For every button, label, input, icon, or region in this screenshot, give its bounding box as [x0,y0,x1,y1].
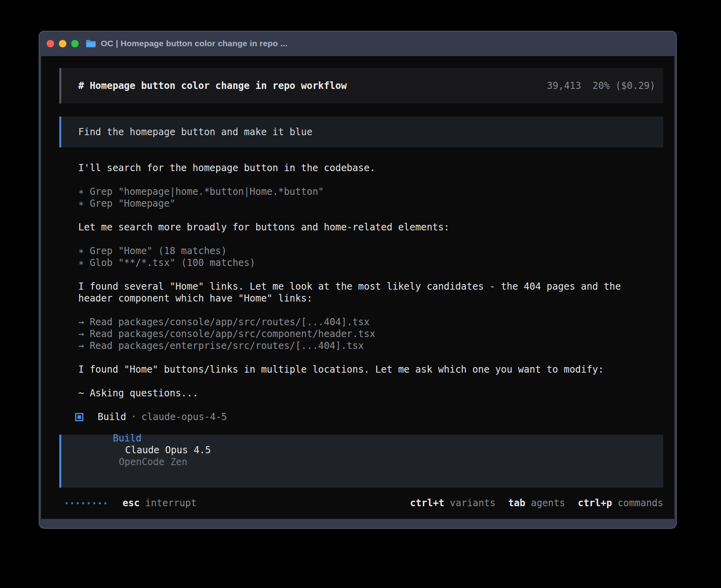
minimize-button[interactable] [59,40,66,47]
tool-call-glob: ∗ Glob "**/*.tsx" (100 matches) [78,257,663,269]
hint-agents: tab agents [508,497,565,509]
key-ctrl-t: ctrl+t [410,497,444,509]
session-header: # Homepage button color change in repo w… [59,68,663,104]
tool-call-read: → Read packages/console/app/src/componen… [78,328,663,340]
terminal-content: # Homepage button color change in repo w… [41,56,674,519]
hint-variants: ctrl+t variants [410,497,495,509]
key-esc: esc [123,497,140,509]
hint-agents-label: agents [531,497,565,509]
close-button[interactable] [47,40,54,47]
tool-call-grep: ∗ Grep "Homepage" [78,198,663,209]
titlebar[interactable]: OC | Homepage button color change in rep… [39,31,677,56]
user-message-text: Find the homepage button and make it blu… [78,126,312,138]
status-bar-right: ctrl+t variants tab agents ctrl+p comman… [397,497,663,509]
key-tab: tab [508,497,525,509]
hint-commands: ctrl+p commands [578,497,663,509]
key-ctrl-p: ctrl+p [578,497,612,509]
traffic-lights [47,40,79,47]
tool-call-read: → Read packages/enterprise/src/routes/[.… [78,340,663,352]
prompt-mode: Build [113,433,142,444]
prompt-provider: OpenCode Zen [119,456,187,467]
hint-commands-label: commands [617,497,663,509]
assistant-text: I found several "Home" links. Let me loo… [78,281,644,304]
prompt-mode-row: Build Claude Opus 4.5 OpenCode Zen [67,420,211,480]
spinner-dots-icon [66,502,106,504]
session-token-usage: 39,413 20% ($0.29) [547,80,655,92]
tool-call-read: → Read packages/console/app/src/routes/[… [78,316,663,328]
prompt-model: Claude Opus 4.5 [125,445,211,456]
folder-icon [86,39,96,48]
user-message: Find the homepage button and make it blu… [59,117,663,147]
hint-variants-label: variants [450,497,496,509]
assistant-text: Let me search more broadly for buttons a… [78,221,663,233]
window-title: OC | Homepage button color change in rep… [101,39,287,48]
tool-call-grep: ∗ Grep "Home" (18 matches) [78,245,663,257]
prompt-input[interactable]: Build Claude Opus 4.5 OpenCode Zen [59,435,663,488]
hint-interrupt: esc interrupt [123,497,196,509]
assistant-text: I'll search for the homepage button in t… [78,162,663,174]
tool-call-grep: ∗ Grep "homepage|home.*button|Home.*butt… [78,186,663,198]
agent-build-icon [75,413,83,421]
assistant-text: I found "Home" buttons/links in multiple… [78,364,663,375]
session-title: # Homepage button color change in repo w… [78,80,347,92]
terminal-window: OC | Homepage button color change in rep… [39,31,677,529]
status-bar: esc interrupt ctrl+t variants tab agents… [59,497,663,509]
zoom-button[interactable] [71,40,79,47]
assistant-transcript: I'll search for the homepage button in t… [59,162,663,399]
hint-interrupt-label: interrupt [145,497,196,509]
status-asking-questions: ~ Asking questions... [78,387,663,399]
